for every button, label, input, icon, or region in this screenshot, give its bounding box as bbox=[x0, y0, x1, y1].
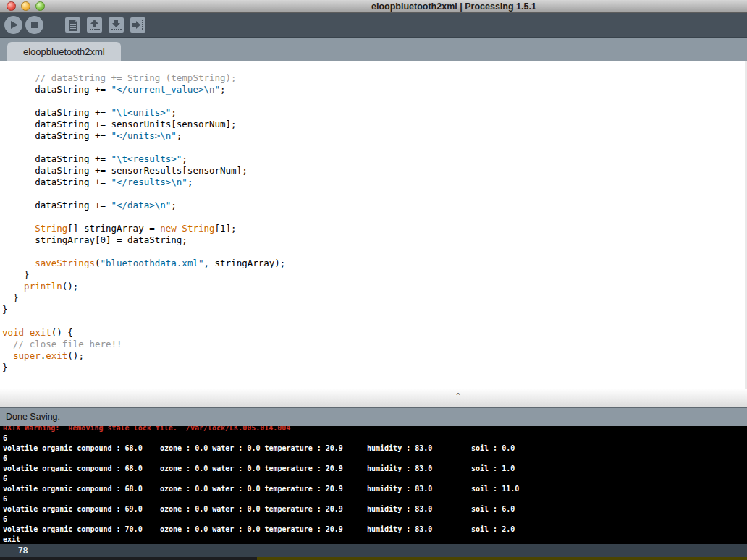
new-sketch-icon bbox=[65, 17, 80, 33]
code-line: dataString += "</units>\n"; bbox=[2, 130, 747, 142]
code-line: } bbox=[2, 269, 747, 281]
code-line: dataString += sensorResults[sensorNum]; bbox=[2, 165, 747, 177]
code-area: // dataString += String (tempString); da… bbox=[2, 72, 747, 373]
code-line: dataString += "</data>\n"; bbox=[2, 200, 747, 211]
code-line: } bbox=[2, 292, 747, 304]
code-line: // dataString += String (tempString); bbox=[2, 72, 747, 84]
console-collapse-handle[interactable]: ^ bbox=[456, 392, 460, 400]
console-line: exit bbox=[3, 535, 747, 544]
toolbar bbox=[0, 13, 747, 37]
run-button[interactable] bbox=[4, 16, 22, 34]
play-icon bbox=[4, 16, 22, 34]
editor-console-splitter[interactable]: ^ bbox=[0, 389, 747, 407]
status-message: Done Saving. bbox=[6, 412, 60, 422]
window-title: eloopbluetooth2xml | Processing 1.5.1 bbox=[371, 1, 536, 12]
code-line bbox=[2, 142, 747, 153]
console-output: 6volatile organic compound : 68.0ozone :… bbox=[3, 433, 747, 544]
code-line: void exit() { bbox=[2, 327, 747, 339]
console-line: 6 bbox=[3, 454, 747, 464]
console-line: volatile organic compound : 68.0ozone : … bbox=[3, 484, 747, 494]
save-button[interactable] bbox=[109, 17, 124, 33]
code-line: dataString += "</results>\n"; bbox=[2, 177, 747, 188]
traffic-lights bbox=[7, 1, 45, 11]
bottom-edge-right bbox=[257, 557, 747, 560]
console-error-line: RXTX Warning: Removing stale lock file. … bbox=[3, 426, 747, 433]
code-line: // close file here!! bbox=[2, 339, 747, 350]
console-line: 6 bbox=[3, 494, 747, 504]
code-line bbox=[2, 315, 747, 327]
bottom-edge-strip bbox=[0, 557, 747, 560]
code-line: dataString += sensorUnits[sensorNum]; bbox=[2, 119, 747, 130]
code-line: } bbox=[2, 304, 747, 315]
console-line: 6 bbox=[3, 474, 747, 484]
code-line bbox=[2, 188, 747, 200]
export-button[interactable] bbox=[130, 17, 145, 33]
console-line: volatile organic compound : 68.0ozone : … bbox=[3, 464, 747, 474]
code-line: dataString += "\t<results>"; bbox=[2, 153, 747, 165]
console-line: volatile organic compound : 70.0ozone : … bbox=[3, 525, 747, 535]
code-line: dataString += "\t<units>"; bbox=[2, 107, 747, 119]
open-button[interactable] bbox=[87, 17, 102, 33]
zoom-button[interactable] bbox=[35, 1, 45, 11]
tab-bar: eloopbluetooth2xml bbox=[0, 37, 747, 61]
stop-icon bbox=[25, 16, 43, 34]
save-down-arrow-icon bbox=[109, 17, 124, 33]
status-bar: 78 bbox=[0, 544, 747, 557]
code-line: String[] stringArray = new String[1]; bbox=[2, 223, 747, 234]
console-line: volatile organic compound : 69.0ozone : … bbox=[3, 504, 747, 514]
code-line: super.exit(); bbox=[2, 350, 747, 362]
code-line bbox=[2, 96, 747, 107]
window-titlebar: eloopbluetooth2xml | Processing 1.5.1 bbox=[0, 0, 747, 13]
tab-eloopbluetooth2xml[interactable]: eloopbluetooth2xml bbox=[7, 42, 121, 61]
new-sketch-button[interactable] bbox=[65, 17, 80, 33]
open-up-arrow-icon bbox=[87, 17, 102, 33]
stop-button[interactable] bbox=[25, 16, 43, 34]
code-line bbox=[2, 211, 747, 223]
export-right-arrow-icon bbox=[130, 17, 145, 33]
code-line bbox=[2, 246, 747, 258]
console-line: volatile organic compound : 68.0ozone : … bbox=[3, 444, 747, 454]
code-editor[interactable]: // dataString += String (tempString); da… bbox=[0, 61, 747, 389]
code-line: println(); bbox=[2, 281, 747, 292]
code-line: dataString += "</current_value>\n"; bbox=[2, 84, 747, 96]
code-line: saveStrings("bluetoothdata.xml", stringA… bbox=[2, 258, 747, 269]
bottom-edge-left bbox=[0, 557, 257, 560]
console: RXTX Warning: Removing stale lock file. … bbox=[0, 426, 747, 544]
minimize-button[interactable] bbox=[21, 1, 30, 11]
code-line: stringArray[0] = dataString; bbox=[2, 234, 747, 246]
console-line: 6 bbox=[3, 433, 747, 444]
console-line: 6 bbox=[3, 514, 747, 525]
close-button[interactable] bbox=[7, 1, 16, 11]
message-bar: Done Saving. bbox=[0, 407, 747, 426]
line-number-indicator: 78 bbox=[18, 546, 28, 556]
code-line: } bbox=[2, 362, 747, 373]
